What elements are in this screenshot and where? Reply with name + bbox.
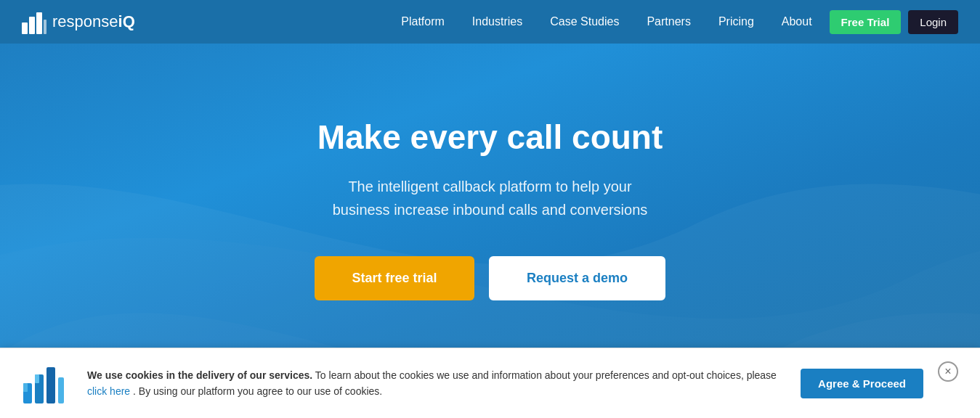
logo-svg: [22, 9, 46, 34]
cookie-logo: [22, 361, 73, 405]
brand-name: responseiQ: [52, 12, 135, 31]
nav-login-button[interactable]: Login: [908, 10, 958, 34]
navbar: responseiQ Platform Industries Case Stud…: [0, 0, 980, 44]
logo[interactable]: responseiQ: [22, 9, 135, 34]
hero-title: Make every call count: [315, 118, 665, 157]
hero-subtitle-line1: The intelligent callback platform to hel…: [348, 179, 631, 194]
cookie-bold-text: We use cookies in the delivery of our se…: [87, 369, 312, 381]
nav-links: Platform Industries Case Studies Partner…: [391, 9, 958, 34]
cookie-close-icon: ×: [944, 365, 951, 378]
nav-free-trial-button[interactable]: Free Trial: [830, 10, 902, 34]
cookie-banner: We use cookies in the delivery of our se…: [0, 348, 980, 418]
svg-rect-1: [29, 17, 35, 34]
svg-rect-0: [22, 22, 28, 34]
nav-partners[interactable]: Partners: [636, 9, 700, 34]
cookie-agree-button[interactable]: Agree & Proceed: [801, 369, 923, 398]
cookie-text: We use cookies in the delivery of our se…: [87, 367, 786, 400]
svg-rect-8: [23, 383, 28, 392]
hero-subtitle: The intelligent callback platform to hel…: [315, 175, 665, 221]
brand-part1: response: [52, 12, 118, 30]
request-demo-button[interactable]: Request a demo: [489, 256, 665, 300]
svg-rect-2: [36, 12, 42, 34]
cookie-logo-svg: [22, 361, 73, 405]
cookie-end-text: . By using our platform you agree to our…: [133, 385, 382, 397]
cookie-click-here-link[interactable]: click here: [87, 385, 130, 397]
svg-rect-9: [35, 374, 39, 383]
hero-buttons: Start free trial Request a demo: [315, 256, 665, 300]
nav-platform[interactable]: Platform: [391, 9, 455, 34]
svg-rect-6: [46, 367, 55, 403]
svg-rect-7: [58, 377, 64, 403]
nav-about[interactable]: About: [772, 9, 822, 34]
logo-icon: [22, 9, 46, 34]
brand-part2: iQ: [118, 12, 135, 30]
start-free-trial-button[interactable]: Start free trial: [315, 256, 474, 300]
nav-case-studies[interactable]: Case Studies: [540, 9, 629, 34]
svg-rect-3: [44, 20, 46, 34]
cookie-main-text: To learn about the cookies we use and in…: [315, 369, 777, 381]
nav-industries[interactable]: Industries: [462, 9, 532, 34]
hero-content: Make every call count The intelligent ca…: [315, 118, 665, 300]
cookie-close-button[interactable]: ×: [938, 361, 958, 382]
hero-subtitle-line2: business increase inbound calls and conv…: [333, 202, 648, 218]
nav-pricing[interactable]: Pricing: [708, 9, 764, 34]
